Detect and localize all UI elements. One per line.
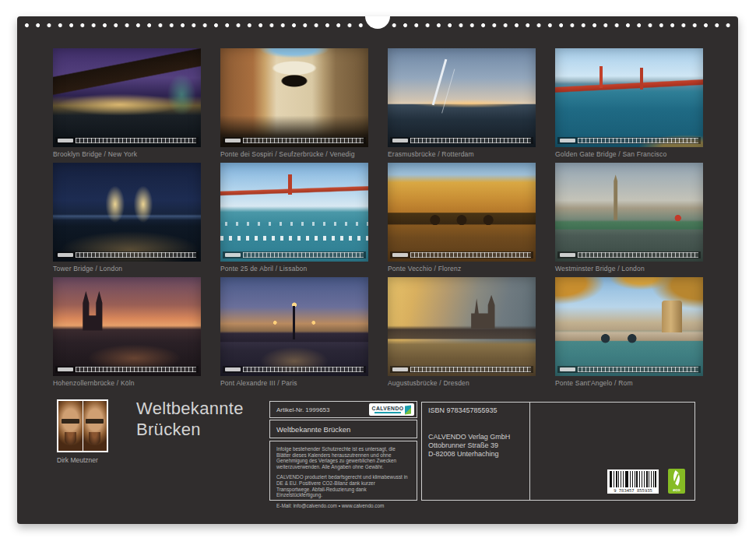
month-tile: Ponte Sant'Angelo / Rom <box>555 277 703 387</box>
leaf-icon <box>670 470 684 486</box>
tile-caption: Ponte Sant'Angelo / Rom <box>555 379 703 387</box>
legal-paragraph: Infolge bestehender Schutzrechte ist es … <box>276 446 410 469</box>
eco-logo: eco <box>668 469 685 494</box>
month-tile: Brooklyn Bridge / New York <box>53 48 201 158</box>
calvendo-logo-text-wrap: CALVENDO <box>372 406 404 413</box>
ponte-25-abril-photo <box>220 163 368 262</box>
month-label-chip <box>560 367 575 371</box>
eco-label: eco <box>673 487 680 492</box>
calvendo-logo-icon <box>405 405 411 414</box>
ponte-vecchio-photo <box>388 163 536 262</box>
month-label-chip <box>392 253 408 257</box>
month-tile: Pont Alexandre III / Paris <box>220 277 368 387</box>
golden-gate-photo <box>555 48 703 147</box>
publisher-line: Ottobrunner Straße 39 <box>428 441 523 450</box>
month-tile: Augustusbrücke / Dresden <box>388 277 536 387</box>
day-cells <box>76 138 196 143</box>
month-tile: Tower Bridge / London <box>53 163 201 272</box>
calvendo-logo-underline <box>374 412 401 413</box>
tile-caption: Ponte 25 de Abril / Lissabon <box>220 265 368 272</box>
month-thumbnails-grid: Brooklyn Bridge / New York Ponte dei Sos… <box>53 48 703 387</box>
month-label-chip <box>225 139 241 142</box>
month-tile: Hohenzollernbrücke / Köln <box>53 277 201 387</box>
month-tile: Ponte 25 de Abril / Lissabon <box>220 163 368 272</box>
month-tile: Ponte Vecchio / Florenz <box>388 163 536 272</box>
month-tile: Golden Gate Bridge / San Francisco <box>555 48 703 158</box>
publisher-box: ISBN 9783457855935 CALVENDO Verlag GmbH … <box>421 402 695 501</box>
month-label-chip <box>225 253 241 257</box>
barcode-bars <box>610 471 656 487</box>
barcode-row: 9 783457 855935 eco <box>607 469 685 494</box>
month-label-chip <box>392 367 408 371</box>
month-label-chip <box>58 367 73 371</box>
mini-calendar-strip <box>223 366 366 373</box>
day-cells <box>410 138 531 143</box>
tile-caption: Golden Gate Bridge / San Francisco <box>555 150 703 158</box>
day-cells <box>410 367 531 372</box>
tile-caption: Pont Alexandre III / Paris <box>220 379 368 387</box>
article-number-box: Artikel-Nr. 1999653 CALVENDO <box>269 401 417 418</box>
publisher-info-cell: ISBN 9783457855935 CALVENDO Verlag GmbH … <box>422 403 530 500</box>
day-cells <box>578 138 698 143</box>
hohenzollern-bridge-photo <box>53 277 201 376</box>
isbn-number: ISBN 9783457855935 <box>428 406 523 414</box>
barcode-cell: 9 783457 855935 eco <box>530 403 694 500</box>
calendar-page: Brooklyn Bridge / New York Ponte dei Sos… <box>17 16 738 524</box>
tile-caption: Brooklyn Bridge / New York <box>53 150 201 158</box>
mini-calendar-strip <box>55 251 199 258</box>
contact-line: E-Mail: info@calvendo.com • www.calvendo… <box>276 503 410 509</box>
calendar-title-box: Weltbekannte Brücken <box>269 420 417 438</box>
month-label-chip <box>225 367 241 371</box>
legal-paragraph: CALVENDO produziert bedarfsgerecht und k… <box>276 474 410 498</box>
mini-calendar-strip <box>390 366 533 373</box>
mini-calendar-strip <box>55 366 199 373</box>
day-cells <box>243 138 364 143</box>
day-cells <box>243 252 364 258</box>
mini-calendar-strip <box>557 251 701 258</box>
day-cells <box>410 252 531 258</box>
calendar-title: Weltbekannte Brücken <box>136 398 269 440</box>
bridge-of-sighs-photo <box>220 48 368 147</box>
mini-calendar-strip <box>557 366 701 373</box>
month-tile: Erasmusbrücke / Rotterdam <box>388 48 536 158</box>
tile-caption: Tower Bridge / London <box>53 265 201 272</box>
author-name: Dirk Meutzner <box>57 456 119 464</box>
publisher-address: CALVENDO Verlag GmbH Ottobrunner Straße … <box>428 433 523 459</box>
calendar-back-cover: Brooklyn Bridge / New York Ponte dei Sos… <box>0 0 756 545</box>
publisher-line: D-82008 Unterhaching <box>428 450 523 459</box>
month-label-chip <box>392 139 408 142</box>
ponte-sant-angelo-photo <box>555 277 703 376</box>
calvendo-logo: CALVENDO <box>369 403 414 416</box>
month-tile: Westminster Bridge / London <box>555 163 703 272</box>
tile-caption: Westminster Bridge / London <box>555 265 703 272</box>
month-label-chip <box>58 139 73 142</box>
month-label-chip <box>58 253 73 257</box>
tile-caption: Augustusbrücke / Dresden <box>388 379 536 387</box>
ean-barcode: 9 783457 855935 <box>607 469 659 494</box>
article-number: Artikel-Nr. 1999653 <box>276 406 329 413</box>
publisher-line: CALVENDO Verlag GmbH <box>428 433 523 441</box>
augustus-bridge-photo <box>388 277 536 376</box>
author-block: Dirk Meutzner <box>57 399 119 464</box>
day-cells <box>243 367 364 372</box>
erasmus-bridge-photo <box>388 48 536 147</box>
legal-text-box: Infolge bestehender Schutzrechte ist es … <box>269 441 417 501</box>
tile-caption: Hohenzollernbrücke / Köln <box>53 379 201 387</box>
tile-caption: Ponte Vecchio / Florenz <box>388 265 536 272</box>
day-cells <box>578 252 698 258</box>
day-cells <box>76 252 196 258</box>
day-cells <box>578 367 698 372</box>
month-label-chip <box>560 253 575 257</box>
mini-calendar-strip <box>390 137 533 144</box>
author-portrait-right <box>83 401 107 451</box>
tile-caption: Erasmusbrücke / Rotterdam <box>388 150 536 158</box>
calvendo-logo-text: CALVENDO <box>372 406 404 411</box>
pont-alexandre-photo <box>220 277 368 376</box>
tile-caption: Ponte dei Sospiri / Seufzerbrücke / Vene… <box>220 150 368 158</box>
mini-calendar-strip <box>557 137 701 144</box>
author-portrait-left <box>58 401 83 451</box>
month-tile: Ponte dei Sospiri / Seufzerbrücke / Vene… <box>220 48 368 158</box>
mini-calendar-strip <box>223 137 366 144</box>
mini-calendar-strip <box>223 251 366 258</box>
brooklyn-bridge-photo <box>53 48 201 147</box>
